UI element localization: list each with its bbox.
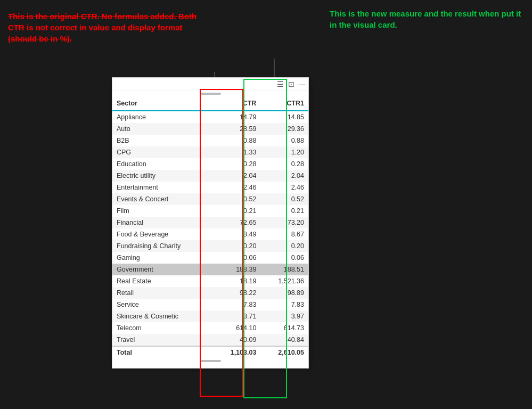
cell-ctr: 40.09 bbox=[213, 334, 261, 346]
cell-ctr: 0.06 bbox=[213, 252, 261, 264]
table-total-row: Total1,103.032,610.05 bbox=[112, 346, 308, 358]
cell-ctr1: 3.97 bbox=[260, 310, 308, 322]
cell-ctr: 18.19 bbox=[213, 275, 261, 287]
table-wrapper: Sector CTR CTR1 Appliance14.7914.85Auto2… bbox=[112, 96, 308, 358]
cell-total-label: Total bbox=[112, 346, 213, 358]
table-row: Telecom614.10614.73 bbox=[112, 322, 308, 334]
table-row: Retail98.2298.89 bbox=[112, 287, 308, 299]
col-sector: Sector bbox=[112, 96, 213, 111]
cell-sector: Education bbox=[112, 158, 213, 170]
cell-sector: Service bbox=[112, 299, 213, 310]
cell-ctr1: 8.67 bbox=[260, 228, 308, 240]
visual-card: ☰ ⊡ ··· Sector CTR CTR1 Appliance14.7914… bbox=[112, 77, 309, 369]
cell-ctr: 1.33 bbox=[213, 146, 261, 158]
annotation-right: This is the new measure and the result w… bbox=[330, 8, 527, 30]
table-row: Skincare & Cosmetic3.713.97 bbox=[112, 310, 308, 322]
cell-ctr1: 73.20 bbox=[260, 217, 308, 228]
cell-ctr1: 0.20 bbox=[260, 240, 308, 252]
cell-sector: CPG bbox=[112, 146, 213, 158]
table-row: Auto28.5929.36 bbox=[112, 123, 308, 135]
table-row: Service7.837.83 bbox=[112, 299, 308, 310]
cell-sector: Film bbox=[112, 205, 213, 217]
cell-ctr1: 0.28 bbox=[260, 158, 308, 170]
data-table: Sector CTR CTR1 Appliance14.7914.85Auto2… bbox=[112, 96, 308, 358]
cell-ctr: 98.22 bbox=[213, 287, 261, 299]
cell-sector: B2B bbox=[112, 135, 213, 146]
cell-ctr: 2.04 bbox=[213, 170, 261, 182]
cell-ctr: 0.20 bbox=[213, 240, 261, 252]
cell-sector: Telecom bbox=[112, 322, 213, 334]
cell-sector: Skincare & Cosmetic bbox=[112, 310, 213, 322]
cell-ctr1: 0.52 bbox=[260, 193, 308, 205]
cell-sector: Financial bbox=[112, 217, 213, 228]
cell-ctr1: 1.20 bbox=[260, 146, 308, 158]
cell-ctr: 14.79 bbox=[213, 111, 261, 123]
cell-ctr: 3.71 bbox=[213, 310, 261, 322]
cell-sector: Government bbox=[112, 264, 213, 275]
cell-ctr: 72.65 bbox=[213, 217, 261, 228]
cell-ctr: 0.28 bbox=[213, 158, 261, 170]
cell-ctr1: 29.36 bbox=[260, 123, 308, 135]
table-row: Financial72.6573.20 bbox=[112, 217, 308, 228]
filter-icon[interactable]: ☰ bbox=[277, 80, 284, 88]
cell-sector: Events & Concert bbox=[112, 193, 213, 205]
cell-ctr: 0.88 bbox=[213, 135, 261, 146]
table-row: Education0.280.28 bbox=[112, 158, 308, 170]
cell-ctr: 8.49 bbox=[213, 228, 261, 240]
cell-ctr1: 614.73 bbox=[260, 322, 308, 334]
table-row: Food & Beverage8.498.67 bbox=[112, 228, 308, 240]
cell-ctr: 0.21 bbox=[213, 205, 261, 217]
expand-icon[interactable]: ⊡ bbox=[288, 80, 294, 88]
table-header-row: Sector CTR CTR1 bbox=[112, 96, 308, 111]
cell-sector: Real Estate bbox=[112, 275, 213, 287]
table-row: Government188.39188.51 bbox=[112, 264, 308, 275]
cell-total-ctr: 1,103.03 bbox=[213, 346, 261, 358]
cell-ctr1: 7.83 bbox=[260, 299, 308, 310]
cell-ctr1: 0.88 bbox=[260, 135, 308, 146]
cell-ctr1: 98.89 bbox=[260, 287, 308, 299]
cell-sector: Appliance bbox=[112, 111, 213, 123]
scroll-bottom-indicator bbox=[112, 358, 308, 364]
scroll-top-indicator bbox=[112, 91, 308, 96]
cell-sector: Fundraising & Charity bbox=[112, 240, 213, 252]
cell-ctr: 188.39 bbox=[213, 264, 261, 275]
cell-ctr1: 14.85 bbox=[260, 111, 308, 123]
cell-sector: Electric utility bbox=[112, 170, 213, 182]
table-row: CPG1.331.20 bbox=[112, 146, 308, 158]
cell-ctr1: 1,521.36 bbox=[260, 275, 308, 287]
col-ctr: CTR bbox=[213, 96, 261, 111]
cell-ctr: 614.10 bbox=[213, 322, 261, 334]
cell-sector: Travel bbox=[112, 334, 213, 346]
cell-ctr: 2.46 bbox=[213, 182, 261, 193]
table-row: Electric utility2.042.04 bbox=[112, 170, 308, 182]
col-ctr1: CTR1 bbox=[260, 96, 308, 111]
cell-sector: Gaming bbox=[112, 252, 213, 264]
cell-ctr1: 188.51 bbox=[260, 264, 308, 275]
table-row: Fundraising & Charity0.200.20 bbox=[112, 240, 308, 252]
table-row: Travel40.0940.84 bbox=[112, 334, 308, 346]
table-row: Film0.210.21 bbox=[112, 205, 308, 217]
cell-ctr1: 40.84 bbox=[260, 334, 308, 346]
cell-sector: Food & Beverage bbox=[112, 228, 213, 240]
cell-ctr: 0.52 bbox=[213, 193, 261, 205]
cell-sector: Entertainment bbox=[112, 182, 213, 193]
cell-ctr1: 2.46 bbox=[260, 182, 308, 193]
table-row: Entertainment2.462.46 bbox=[112, 182, 308, 193]
cell-total-ctr1: 2,610.05 bbox=[260, 346, 308, 358]
card-header: ☰ ⊡ ··· bbox=[112, 78, 308, 91]
table-row: Events & Concert0.520.52 bbox=[112, 193, 308, 205]
more-options-icon[interactable]: ··· bbox=[299, 80, 305, 88]
table-row: Appliance14.7914.85 bbox=[112, 111, 308, 123]
cell-ctr: 28.59 bbox=[213, 123, 261, 135]
annotation-left: This is the original CTR. No formulas ad… bbox=[8, 11, 205, 44]
cell-ctr: 7.83 bbox=[213, 299, 261, 310]
cell-ctr1: 0.06 bbox=[260, 252, 308, 264]
cell-ctr1: 2.04 bbox=[260, 170, 308, 182]
cell-ctr1: 0.21 bbox=[260, 205, 308, 217]
table-row: B2B0.880.88 bbox=[112, 135, 308, 146]
table-row: Real Estate18.191,521.36 bbox=[112, 275, 308, 287]
cell-sector: Retail bbox=[112, 287, 213, 299]
table-row: Gaming0.060.06 bbox=[112, 252, 308, 264]
cell-sector: Auto bbox=[112, 123, 213, 135]
